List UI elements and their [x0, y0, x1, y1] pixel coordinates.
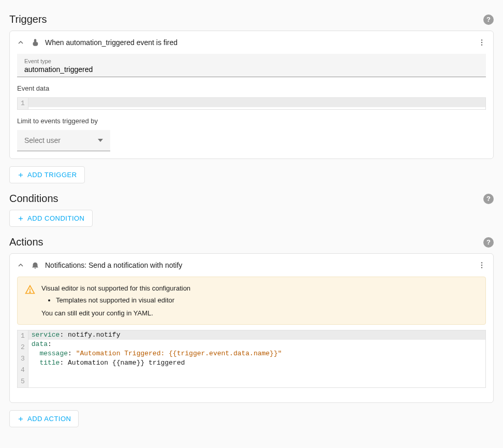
yaml-token: "Automation Triggered: {{trigger.event.d… — [76, 350, 282, 357]
yaml-token: data — [32, 340, 48, 348]
limit-label: Limit to events triggered by — [17, 117, 486, 125]
svg-point-1 — [481, 42, 482, 43]
yaml-token: : notify.notify — [60, 331, 120, 339]
yaml-token: message — [32, 350, 68, 357]
gutter-line: 2 — [18, 342, 28, 353]
bell-icon — [31, 261, 40, 270]
chevron-up-icon[interactable] — [16, 261, 25, 270]
alert-bullet: Templates not supported in visual editor — [56, 296, 478, 304]
event-data-label: Event data — [17, 84, 486, 92]
overflow-menu-icon[interactable] — [477, 260, 487, 270]
gutter-line: 3 — [18, 353, 28, 365]
help-icon[interactable]: ? — [483, 237, 494, 248]
yaml-token: title — [32, 359, 60, 367]
overflow-menu-icon[interactable] — [477, 37, 487, 48]
help-icon[interactable]: ? — [483, 194, 494, 204]
svg-point-4 — [481, 265, 482, 266]
svg-point-5 — [481, 267, 482, 268]
yaml-token: : — [48, 340, 52, 348]
svg-point-3 — [481, 262, 482, 263]
yaml-token: : — [68, 350, 76, 357]
add-trigger-label: ADD TRIGGER — [27, 171, 77, 179]
event-data-editor[interactable]: 1 — [17, 97, 486, 110]
gutter-line: 1 — [18, 98, 28, 109]
select-user-dropdown[interactable]: Select user — [17, 130, 110, 151]
action-card: Notifications: Send a notification with … — [9, 253, 494, 403]
gutter-line: 4 — [18, 365, 28, 376]
action-summary: Notifications: Send a notification with … — [45, 261, 471, 269]
trigger-summary: When automation_triggered event is fired — [45, 38, 471, 47]
event-type-field[interactable]: Event type — [17, 54, 486, 77]
help-icon[interactable]: ? — [483, 15, 494, 25]
actions-section-title: Actions — [9, 236, 43, 248]
add-condition-button[interactable]: ADD CONDITION — [9, 210, 93, 227]
add-condition-label: ADD CONDITION — [27, 214, 85, 222]
yaml-token: service — [32, 331, 60, 339]
svg-point-0 — [481, 39, 482, 40]
yaml-editor[interactable]: 1 2 3 4 5 service: notify.notify data: m… — [17, 330, 486, 388]
svg-point-2 — [481, 44, 482, 45]
gutter-line: 1 — [18, 330, 28, 342]
yaml-token: : Automation {{name}} triggered — [60, 359, 185, 367]
warning-icon — [25, 284, 35, 295]
add-trigger-button[interactable]: ADD TRIGGER — [9, 166, 85, 183]
triggers-section-title: Triggers — [9, 13, 47, 25]
event-type-input[interactable] — [24, 65, 479, 74]
hand-tap-icon — [31, 38, 40, 47]
svg-point-7 — [29, 292, 31, 293]
chevron-up-icon[interactable] — [16, 38, 25, 47]
visual-editor-alert: Visual editor is not supported for this … — [17, 277, 486, 325]
conditions-section-title: Conditions — [9, 193, 58, 205]
add-action-label: ADD ACTION — [27, 415, 71, 423]
add-action-button[interactable]: ADD ACTION — [9, 410, 79, 427]
event-type-label: Event type — [24, 58, 479, 64]
alert-note: You can still edit your config in YAML. — [41, 309, 478, 317]
trigger-card: When automation_triggered event is fired… — [9, 31, 494, 159]
alert-title: Visual editor is not supported for this … — [41, 284, 478, 292]
select-user-placeholder: Select user — [24, 136, 61, 144]
gutter-line: 5 — [18, 376, 28, 387]
